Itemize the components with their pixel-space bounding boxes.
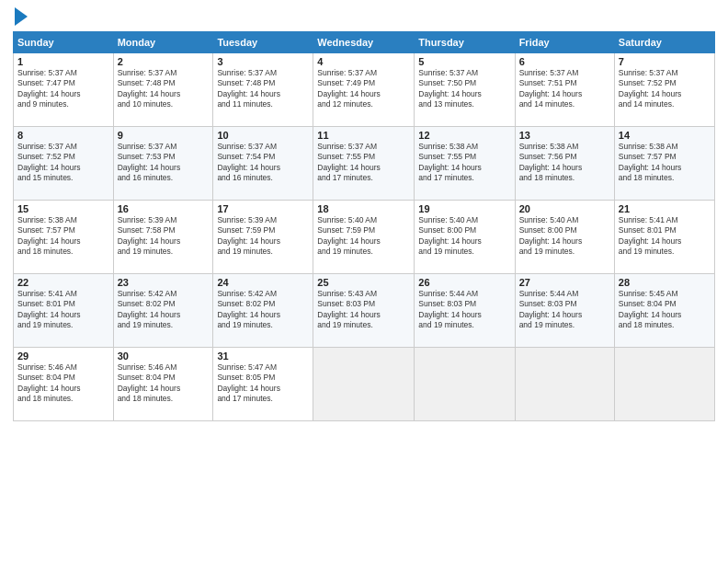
calendar-cell: 29Sunrise: 5:46 AM Sunset: 8:04 PM Dayli…	[14, 348, 114, 421]
calendar-cell: 4Sunrise: 5:37 AM Sunset: 7:49 PM Daylig…	[313, 53, 415, 127]
day-number: 14	[619, 130, 711, 141]
day-number: 26	[418, 277, 510, 288]
day-info: Sunrise: 5:37 AM Sunset: 7:51 PM Dayligh…	[519, 68, 610, 110]
day-info: Sunrise: 5:42 AM Sunset: 8:02 PM Dayligh…	[118, 289, 210, 331]
calendar-cell: 22Sunrise: 5:41 AM Sunset: 8:01 PM Dayli…	[14, 274, 114, 348]
day-info: Sunrise: 5:42 AM Sunset: 8:02 PM Dayligh…	[217, 289, 309, 331]
calendar-table: SundayMondayTuesdayWednesdayThursdayFrid…	[13, 31, 715, 421]
calendar-cell: 25Sunrise: 5:43 AM Sunset: 8:03 PM Dayli…	[313, 274, 415, 348]
day-number: 28	[619, 277, 711, 288]
day-info: Sunrise: 5:38 AM Sunset: 7:56 PM Dayligh…	[519, 142, 610, 184]
day-info: Sunrise: 5:45 AM Sunset: 8:04 PM Dayligh…	[619, 289, 711, 331]
day-number: 2	[118, 56, 210, 67]
day-info: Sunrise: 5:39 AM Sunset: 7:59 PM Dayligh…	[217, 215, 309, 258]
day-number: 7	[619, 56, 711, 67]
day-number: 18	[317, 203, 410, 214]
calendar-cell: 23Sunrise: 5:42 AM Sunset: 8:02 PM Dayli…	[113, 274, 213, 348]
day-number: 22	[17, 277, 109, 288]
calendar-cell: 13Sunrise: 5:38 AM Sunset: 7:56 PM Dayli…	[515, 127, 614, 201]
day-info: Sunrise: 5:38 AM Sunset: 7:55 PM Dayligh…	[418, 142, 510, 184]
calendar-cell: 20Sunrise: 5:40 AM Sunset: 8:00 PM Dayli…	[515, 201, 614, 274]
day-number: 6	[519, 56, 610, 67]
day-info: Sunrise: 5:47 AM Sunset: 8:05 PM Dayligh…	[217, 362, 309, 405]
day-info: Sunrise: 5:37 AM Sunset: 7:52 PM Dayligh…	[619, 68, 711, 110]
calendar-week-5: 29Sunrise: 5:46 AM Sunset: 8:04 PM Dayli…	[14, 348, 715, 421]
day-info: Sunrise: 5:43 AM Sunset: 8:03 PM Dayligh…	[317, 289, 410, 331]
calendar-cell: 31Sunrise: 5:47 AM Sunset: 8:05 PM Dayli…	[213, 348, 313, 421]
day-info: Sunrise: 5:38 AM Sunset: 7:57 PM Dayligh…	[619, 142, 711, 184]
day-info: Sunrise: 5:37 AM Sunset: 7:47 PM Dayligh…	[17, 68, 109, 110]
calendar-cell: 27Sunrise: 5:44 AM Sunset: 8:03 PM Dayli…	[515, 274, 614, 348]
day-number: 13	[519, 130, 610, 141]
day-info: Sunrise: 5:46 AM Sunset: 8:04 PM Dayligh…	[17, 362, 109, 405]
header-cell-monday: Monday	[113, 32, 213, 53]
calendar-header: SundayMondayTuesdayWednesdayThursdayFrid…	[14, 32, 715, 53]
day-number: 21	[619, 203, 711, 214]
header-cell-friday: Friday	[515, 32, 614, 53]
day-info: Sunrise: 5:40 AM Sunset: 8:00 PM Dayligh…	[519, 215, 610, 258]
calendar-cell: 17Sunrise: 5:39 AM Sunset: 7:59 PM Dayli…	[213, 201, 313, 274]
calendar-cell: 21Sunrise: 5:41 AM Sunset: 8:01 PM Dayli…	[614, 201, 714, 274]
calendar-cell: 19Sunrise: 5:40 AM Sunset: 8:00 PM Dayli…	[415, 201, 515, 274]
header-cell-wednesday: Wednesday	[313, 32, 415, 53]
day-number: 29	[17, 350, 109, 362]
day-number: 23	[118, 277, 210, 288]
day-info: Sunrise: 5:38 AM Sunset: 7:57 PM Dayligh…	[17, 215, 109, 258]
day-info: Sunrise: 5:46 AM Sunset: 8:04 PM Dayligh…	[118, 362, 210, 405]
header-cell-thursday: Thursday	[415, 32, 515, 53]
calendar-cell	[614, 348, 714, 421]
day-number: 5	[418, 56, 510, 67]
day-info: Sunrise: 5:44 AM Sunset: 8:03 PM Dayligh…	[418, 289, 510, 331]
header-cell-saturday: Saturday	[614, 32, 714, 53]
day-number: 25	[317, 277, 410, 288]
day-info: Sunrise: 5:37 AM Sunset: 7:52 PM Dayligh…	[17, 142, 109, 184]
day-info: Sunrise: 5:37 AM Sunset: 7:55 PM Dayligh…	[317, 142, 410, 184]
calendar-cell: 18Sunrise: 5:40 AM Sunset: 7:59 PM Dayli…	[313, 201, 415, 274]
day-number: 12	[418, 130, 510, 141]
calendar-cell	[515, 348, 614, 421]
calendar-cell: 16Sunrise: 5:39 AM Sunset: 7:58 PM Dayli…	[113, 201, 213, 274]
day-number: 11	[317, 130, 410, 141]
day-number: 15	[17, 203, 109, 214]
header-cell-tuesday: Tuesday	[213, 32, 313, 53]
day-info: Sunrise: 5:37 AM Sunset: 7:48 PM Dayligh…	[217, 68, 309, 110]
calendar-cell: 24Sunrise: 5:42 AM Sunset: 8:02 PM Dayli…	[213, 274, 313, 348]
calendar-cell	[415, 348, 515, 421]
day-info: Sunrise: 5:40 AM Sunset: 8:00 PM Dayligh…	[418, 215, 510, 258]
calendar-cell: 28Sunrise: 5:45 AM Sunset: 8:04 PM Dayli…	[614, 274, 714, 348]
day-number: 4	[317, 56, 410, 67]
calendar-cell: 6Sunrise: 5:37 AM Sunset: 7:51 PM Daylig…	[515, 53, 614, 127]
calendar-cell: 7Sunrise: 5:37 AM Sunset: 7:52 PM Daylig…	[614, 53, 714, 127]
page: SundayMondayTuesdayWednesdayThursdayFrid…	[0, 0, 728, 563]
calendar-cell: 3Sunrise: 5:37 AM Sunset: 7:48 PM Daylig…	[213, 53, 313, 127]
logo	[13, 9, 28, 26]
day-number: 20	[519, 203, 610, 214]
calendar-cell: 11Sunrise: 5:37 AM Sunset: 7:55 PM Dayli…	[313, 127, 415, 201]
calendar-week-3: 15Sunrise: 5:38 AM Sunset: 7:57 PM Dayli…	[14, 201, 715, 274]
day-info: Sunrise: 5:37 AM Sunset: 7:50 PM Dayligh…	[418, 68, 510, 110]
day-info: Sunrise: 5:37 AM Sunset: 7:53 PM Dayligh…	[118, 142, 210, 184]
calendar-cell: 2Sunrise: 5:37 AM Sunset: 7:48 PM Daylig…	[113, 53, 213, 127]
day-number: 3	[217, 56, 309, 67]
day-number: 16	[118, 203, 210, 214]
calendar-cell: 15Sunrise: 5:38 AM Sunset: 7:57 PM Dayli…	[14, 201, 114, 274]
day-number: 9	[118, 130, 210, 141]
logo-arrow-icon	[15, 7, 28, 26]
day-number: 10	[217, 130, 309, 141]
day-info: Sunrise: 5:41 AM Sunset: 8:01 PM Dayligh…	[619, 215, 711, 258]
calendar-week-2: 8Sunrise: 5:37 AM Sunset: 7:52 PM Daylig…	[14, 127, 715, 201]
day-number: 19	[418, 203, 510, 214]
calendar-week-4: 22Sunrise: 5:41 AM Sunset: 8:01 PM Dayli…	[14, 274, 715, 348]
calendar-cell: 14Sunrise: 5:38 AM Sunset: 7:57 PM Dayli…	[614, 127, 714, 201]
calendar-cell: 12Sunrise: 5:38 AM Sunset: 7:55 PM Dayli…	[415, 127, 515, 201]
day-info: Sunrise: 5:40 AM Sunset: 7:59 PM Dayligh…	[317, 215, 410, 258]
calendar-cell: 30Sunrise: 5:46 AM Sunset: 8:04 PM Dayli…	[113, 348, 213, 421]
calendar-cell: 26Sunrise: 5:44 AM Sunset: 8:03 PM Dayli…	[415, 274, 515, 348]
day-number: 27	[519, 277, 610, 288]
calendar-cell: 5Sunrise: 5:37 AM Sunset: 7:50 PM Daylig…	[415, 53, 515, 127]
calendar-cell: 10Sunrise: 5:37 AM Sunset: 7:54 PM Dayli…	[213, 127, 313, 201]
header-row: SundayMondayTuesdayWednesdayThursdayFrid…	[14, 32, 715, 53]
header	[13, 9, 715, 26]
calendar-cell: 1Sunrise: 5:37 AM Sunset: 7:47 PM Daylig…	[14, 53, 114, 127]
day-info: Sunrise: 5:44 AM Sunset: 8:03 PM Dayligh…	[519, 289, 610, 331]
